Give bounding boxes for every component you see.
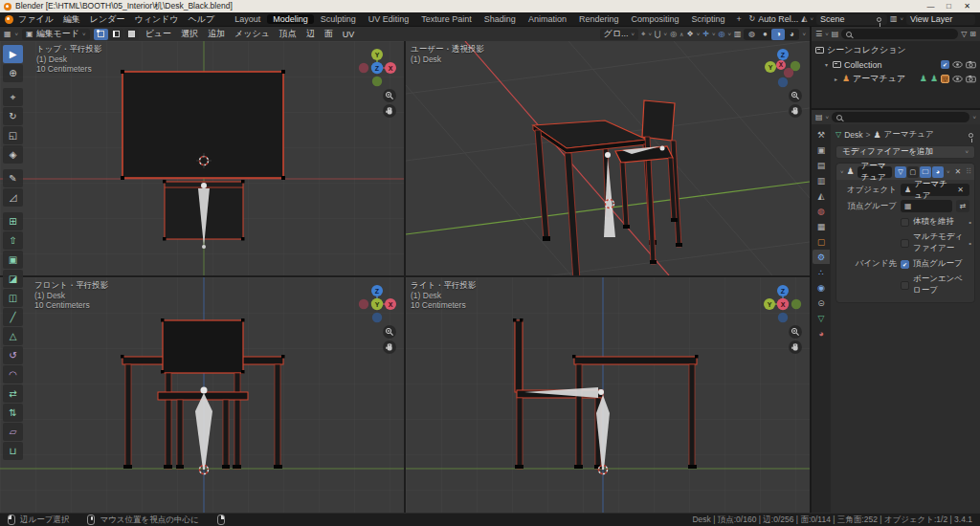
menu-vertex[interactable]: 頂点 [277, 28, 300, 40]
quad-view-area[interactable]: ▶ ⊕ ⌖ ↻ ◱ ◈ ✎ ◿ ⊞ ⇧ ▣ ◪ ◫ ╱ △ ↺ ◠ ⇄ ⇅ ▱ [0, 41, 810, 513]
pan-button[interactable] [383, 104, 396, 118]
nav-gizmo-front[interactable]: Z X Y [356, 283, 398, 325]
invert-vertex-group-button[interactable]: ⇄ [956, 200, 969, 212]
tab-world[interactable]: ◍ [813, 204, 830, 218]
outliner-row-scene-collection[interactable]: シーンコレクション [812, 43, 980, 57]
pivot-chevron[interactable]: ˅ [649, 32, 653, 37]
maximize-button[interactable]: □ [940, 2, 958, 11]
axis-neg-x[interactable] [784, 68, 793, 77]
pivot-point-icon[interactable]: ⌖ [641, 31, 646, 38]
tab-modeling[interactable]: Modeling [267, 14, 314, 24]
scene-browse-chevron[interactable]: ˅ [810, 16, 813, 22]
modifier-extras-chevron[interactable]: ˅ [947, 169, 950, 175]
tool-add-cube[interactable]: ⊞ [3, 212, 23, 230]
menu-select[interactable]: 選択 [178, 28, 201, 40]
view-layer-chevron[interactable]: ˅ [900, 16, 903, 22]
collection-expand-icon[interactable]: ▾ [823, 61, 830, 68]
tool-scale[interactable]: ◱ [3, 126, 23, 144]
auto-rel-icon[interactable]: ↻ [749, 15, 756, 23]
add-modifier-button[interactable]: モディファイアーを追加 ˅ [835, 145, 975, 159]
tool-transform[interactable]: ◈ [3, 145, 23, 164]
auto-rel-label[interactable]: Auto Rel... [758, 14, 798, 24]
visibility-chevron[interactable]: ˅ [697, 32, 701, 37]
hide-viewport-icon[interactable] [952, 75, 963, 83]
menu-add[interactable]: 追加 [205, 28, 228, 40]
close-button[interactable]: ✕ [958, 2, 976, 11]
viewport-horizontal-divider[interactable] [0, 275, 810, 277]
tool-poly-build[interactable]: △ [3, 327, 23, 345]
preserve-volume-checkbox[interactable] [901, 218, 909, 227]
snap-chevron[interactable]: ˅ [664, 32, 668, 37]
pan-button[interactable] [789, 340, 802, 354]
shading-wireframe-icon[interactable]: ◍ [745, 29, 758, 40]
armature-pose-icon[interactable]: ♟ [920, 75, 927, 83]
tool-bevel[interactable]: ◪ [3, 270, 23, 288]
nav-gizmo-user[interactable]: Z Y X [762, 47, 804, 89]
pan-button[interactable] [383, 340, 396, 354]
face-select-button[interactable] [124, 29, 139, 40]
tab-view-layer[interactable]: ▥ [813, 173, 830, 187]
top-view-canvas[interactable] [0, 41, 404, 275]
shading-material-icon[interactable]: ◑ [771, 29, 785, 40]
tab-layout[interactable]: Layout [229, 14, 266, 24]
show-in-editmode-toggle[interactable]: ▽ [895, 166, 906, 178]
animate-dot-icon[interactable]: • [969, 239, 971, 248]
zoom-button[interactable] [383, 325, 396, 339]
user-view-canvas[interactable] [406, 41, 810, 275]
snap-magnet-icon[interactable]: ⋃ [655, 31, 661, 38]
armature-data-icon[interactable]: ♟ [930, 75, 938, 83]
menu-edit[interactable]: 編集 [58, 13, 85, 26]
clear-object-icon[interactable]: ✕ [955, 186, 966, 194]
menu-window[interactable]: ウィンドウ [129, 13, 183, 26]
menu-file[interactable]: ファイル [13, 13, 58, 26]
outliner-row-armature[interactable]: ▸ ♟ アーマチュア ♟ ♟ ▽ [812, 72, 980, 86]
scene-selector[interactable]: Scene [816, 14, 887, 25]
pin-scene-icon[interactable] [877, 17, 881, 22]
axis-neg-z[interactable] [778, 77, 788, 87]
tab-render[interactable]: ▣ [813, 142, 830, 157]
hide-viewport-icon[interactable] [952, 60, 963, 69]
overlays-chevron[interactable]: ˅ [727, 32, 731, 37]
bone-envelopes-checkbox[interactable] [901, 281, 909, 290]
tool-annotate[interactable]: ✎ [3, 169, 23, 187]
tab-modifiers[interactable]: ⚙ [813, 250, 830, 264]
view-layer-selector[interactable]: View Layer [906, 14, 975, 25]
outliner-row-collection[interactable]: ▾ Collection ✔ [812, 57, 980, 72]
tab-collection[interactable]: ▦ [813, 219, 830, 233]
show-on-cage-toggle[interactable]: ▢ [907, 166, 919, 178]
tab-shading[interactable]: Shading [479, 14, 522, 24]
tab-scripting[interactable]: Scripting [685, 14, 730, 24]
tab-material[interactable]: ◕ [813, 326, 830, 340]
menu-uv[interactable]: UV [340, 30, 358, 39]
show-in-render-toggle[interactable]: ◕ [932, 166, 944, 178]
mesh-data-badge-icon[interactable]: ▽ [941, 75, 949, 83]
new-collection-icon[interactable]: ⊞ [969, 31, 976, 38]
tab-uv-editing[interactable]: UV Editing [363, 14, 415, 24]
outliner-mode-chevron[interactable]: ˅ [825, 32, 829, 37]
multi-modifier-checkbox[interactable] [901, 239, 909, 248]
tool-measure[interactable]: ◿ [3, 188, 23, 207]
axis-neg-y[interactable] [791, 299, 801, 309]
minimize-button[interactable]: — [922, 2, 940, 11]
animate-dot-icon[interactable]: • [969, 218, 971, 227]
transform-orientation-dropdown[interactable]: グロ... ˅ [600, 29, 638, 40]
breadcrumb-object[interactable]: Desk [844, 130, 862, 140]
menu-face[interactable]: 面 [322, 28, 336, 40]
armature-object-field[interactable]: ♟ アーマチュア ✕ [901, 184, 969, 196]
outliner-filter-icon[interactable]: ▤ [832, 31, 839, 38]
funnel-filter-icon[interactable]: ▽ [961, 31, 967, 38]
tool-knife[interactable]: ╱ [3, 308, 23, 326]
tab-output[interactable]: ▤ [813, 158, 830, 172]
tool-inset-faces[interactable]: ▣ [3, 251, 23, 269]
properties-editor-chevron[interactable]: ˅ [826, 115, 830, 121]
tab-physics[interactable]: ◉ [813, 280, 830, 295]
axis-neg-x[interactable] [359, 63, 368, 73]
vertex-select-button[interactable] [94, 29, 108, 40]
modifier-name-input[interactable]: アーマチュア [858, 166, 892, 178]
nav-gizmo-right[interactable]: Z Y X [762, 283, 804, 325]
menu-render[interactable]: レンダー [85, 13, 130, 26]
tab-sculpting[interactable]: Sculpting [315, 14, 362, 24]
zoom-button[interactable] [383, 89, 396, 102]
zoom-button[interactable] [789, 325, 802, 339]
tool-shear[interactable]: ▱ [3, 423, 23, 441]
